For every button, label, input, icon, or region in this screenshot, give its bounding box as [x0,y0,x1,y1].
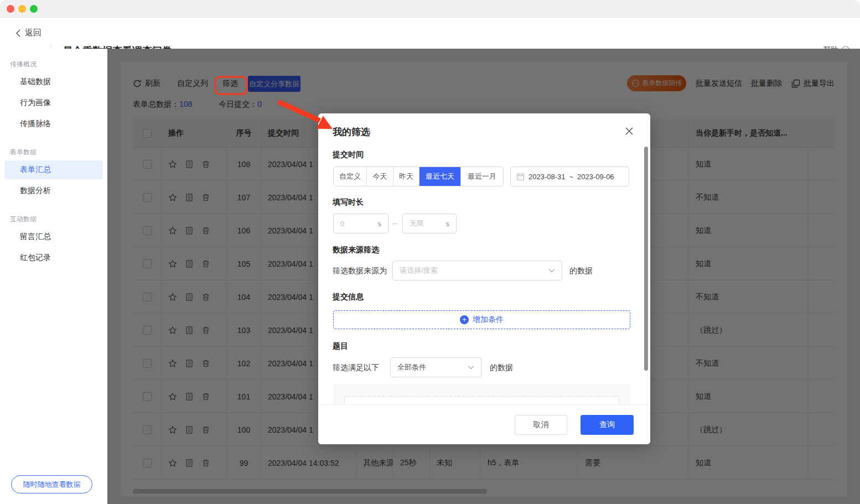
duration-label: 填写时长 [333,198,364,207]
duration-min-unit: s [378,220,382,228]
modal-title: 我的筛选 [333,126,370,138]
question-prefix-label: 筛选满足以下 [333,363,379,373]
sidebar-item-form-summary[interactable]: 表单汇总 [4,160,103,179]
duration-max-input[interactable]: 无限 s [402,214,457,233]
question-condition-select[interactable]: 全部条件 [390,357,481,377]
view-data-anywhere-button[interactable]: 随时随地查看数据 [11,475,92,493]
question-select-value: 全部条件 [397,362,426,372]
time-option-last-month[interactable]: 最近一月 [461,167,503,186]
question-suffix-label: 的数据 [490,363,513,373]
sidebar-item-message-summary[interactable]: 留言汇总 [4,227,103,246]
time-range-segmented-control: 自定义 今天 昨天 最近七天 最近一月 [333,167,504,186]
modal-scrollbar[interactable] [644,147,648,371]
app-header: 返回 易企秀数据查看调查问卷 帮助 ? [0,18,860,49]
cancel-button[interactable]: 取消 [515,415,567,435]
submit-info-label: 提交信息 [333,292,364,302]
date-end: 2023-09-06 [577,173,614,181]
duration-max-placeholder: 无限 [410,219,424,228]
sidebar-item-spread-network[interactable]: 传播脉络 [4,115,103,133]
sidebar-item-behavior-profile[interactable]: 行为画像 [4,93,103,112]
sidebar-item-redpacket-records[interactable]: 红包记录 [4,248,103,267]
back-button[interactable]: 返回 [15,28,42,38]
duration-min-placeholder: 0 [340,220,344,228]
minimize-window-button[interactable] [18,5,26,13]
time-option-today[interactable]: 今天 [367,167,393,186]
source-select[interactable]: 请选择/搜索 [392,261,562,280]
app-window: 返回 易企秀数据查看调查问卷 帮助 ? 传播概况 基础数据 行为画像 传播脉络 … [0,0,860,504]
filter-modal: 我的筛选 提交时间 自定义 今天 昨天 最近七天 最近一月 2023-08-31… [318,113,650,444]
chevron-down-icon [468,365,474,370]
add-condition-label: 增加条件 [473,315,504,325]
time-option-last-7-days[interactable]: 最近七天 [419,167,461,186]
source-placeholder: 请选择/搜索 [400,266,438,276]
calendar-icon [516,173,525,181]
source-prefix-label: 筛选数据来源为 [333,266,387,276]
sidebar: 传播概况 基础数据 行为画像 传播脉络 表单数据 表单汇总 数据分析 互动数据 … [0,49,107,504]
close-window-button[interactable] [7,5,14,13]
sidebar-section-interaction-data: 互动数据 [10,215,107,224]
date-range-picker[interactable]: 2023-08-31 ~ 2023-09-06 [510,167,629,186]
duration-min-input[interactable]: 0 s [333,214,388,233]
source-section-label: 数据来源筛选 [333,245,379,255]
modal-footer: 取消 查询 [318,404,650,444]
submit-time-label: 提交时间 [333,150,364,160]
sidebar-item-basic-data[interactable]: 基础数据 [4,72,103,91]
back-label: 返回 [25,28,42,38]
zoom-window-button[interactable] [30,5,38,13]
close-icon[interactable] [625,127,634,136]
duration-max-unit: s [446,220,450,228]
chevron-left-icon [15,29,20,37]
date-start: 2023-08-31 [529,173,566,181]
date-separator: ~ [569,173,574,181]
sidebar-section-spread: 传播概况 [10,60,107,69]
time-option-yesterday[interactable]: 昨天 [393,167,419,186]
mac-title-bar [0,0,860,18]
query-button[interactable]: 查询 [581,415,634,435]
duration-dash: – [392,219,397,227]
question-label: 题目 [333,341,348,351]
add-condition-button[interactable]: + 增加条件 [333,310,630,329]
plus-circle-icon: + [460,315,469,324]
sidebar-item-data-analysis[interactable]: 数据分析 [4,181,103,200]
source-suffix-label: 的数据 [569,266,593,276]
time-option-custom[interactable]: 自定义 [334,167,367,186]
sidebar-section-form-data: 表单数据 [10,148,107,157]
chevron-down-icon [548,268,555,273]
